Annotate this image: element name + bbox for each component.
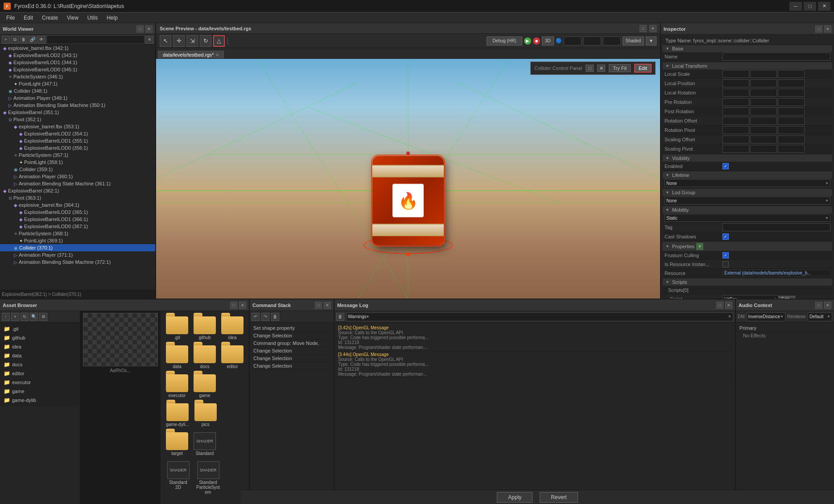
- message-clear-button[interactable]: 🗑: [336, 313, 344, 321]
- command-item[interactable]: Change Selection: [252, 355, 332, 362]
- asset-tree-item[interactable]: 📁editor: [0, 369, 80, 378]
- local-rot-z[interactable]: 0.000: [778, 89, 805, 97]
- asset-refresh-button[interactable]: ↻: [21, 313, 29, 321]
- rot-offset-x[interactable]: 0.000: [723, 117, 749, 125]
- inspector-mobility-header[interactable]: ▼ Mobility: [663, 206, 832, 213]
- inspector-lifetime-header[interactable]: ▼ Lifetime: [663, 172, 832, 179]
- world-viewer-close-button[interactable]: ✕: [145, 25, 153, 33]
- tree-item[interactable]: ✧ParticleSystem (357:1): [0, 152, 155, 159]
- asset-go-up-button[interactable]: ↑: [2, 313, 10, 321]
- tree-item[interactable]: ⊙Pivot (363:1): [0, 194, 155, 201]
- tree-item[interactable]: ◆explosive_barrel.fbx (364:1): [0, 201, 155, 209]
- local-scale-x[interactable]: 1.000: [723, 70, 749, 78]
- pre-rot-y[interactable]: -0.000: [750, 98, 777, 106]
- asset-file-item[interactable]: editor: [219, 344, 245, 371]
- world-viewer-link-button[interactable]: 🔗: [29, 36, 37, 44]
- local-pos-x[interactable]: 0.000: [723, 79, 749, 87]
- menu-file[interactable]: File: [2, 14, 19, 22]
- asset-search-button[interactable]: 🔍: [30, 313, 38, 321]
- tree-item[interactable]: ◆ExplosiveBarrelLOD1 (344:1): [0, 59, 155, 66]
- revert-button[interactable]: Revert: [540, 492, 578, 503]
- asset-file-item[interactable]: game: [192, 373, 218, 400]
- scene-preview-close-button[interactable]: ✕: [649, 25, 656, 32]
- close-button[interactable]: ✕: [818, 2, 830, 11]
- tree-item[interactable]: ◆ExplosiveBarrelLOD0 (356:1): [0, 144, 155, 152]
- resource-instance-checkbox[interactable]: [723, 261, 729, 267]
- viewport-value-2[interactable]: 0.7: [583, 37, 601, 45]
- asset-add-button[interactable]: +: [11, 313, 19, 321]
- world-viewer-delete-button[interactable]: 🗑: [20, 36, 28, 44]
- tree-item[interactable]: ▷Animation Player (371:1): [0, 251, 155, 258]
- scale-pivot-x[interactable]: 0.000: [723, 145, 749, 153]
- rot-offset-y[interactable]: 0.000: [750, 117, 777, 125]
- local-pos-z[interactable]: 0.000: [778, 79, 805, 87]
- local-pos-y[interactable]: 0.000: [750, 79, 777, 87]
- collider-panel-close-button[interactable]: ✕: [597, 65, 605, 72]
- menu-edit[interactable]: Edit: [19, 14, 37, 22]
- tree-item[interactable]: ▷Animation Blending State Machine (372:1…: [0, 258, 155, 266]
- tree-item[interactable]: ◆ExplosiveBarrel (362:1): [0, 187, 155, 194]
- message-log-close-button[interactable]: ✕: [725, 302, 732, 309]
- local-scale-z[interactable]: 1.000: [778, 70, 805, 78]
- scene-tab-active[interactable]: data/levels/testbed.rgs* ✕: [158, 51, 224, 58]
- world-viewer-copy-button[interactable]: ⧉: [11, 36, 19, 44]
- scale-offset-x[interactable]: 0.000: [723, 135, 749, 143]
- inspector-properties-header[interactable]: ▼ Properties +: [663, 242, 832, 251]
- tree-item[interactable]: ▷Animation Blending State Machine (350:1…: [0, 102, 155, 109]
- tree-item[interactable]: ▷Animation Player (360:1): [0, 173, 155, 180]
- world-viewer-pin-button[interactable]: □: [136, 25, 144, 33]
- asset-file-item[interactable]: github: [192, 315, 218, 342]
- scale-offset-z[interactable]: 0.000: [778, 135, 805, 143]
- tag-input[interactable]: [723, 223, 830, 231]
- enabled-checkbox[interactable]: ✓: [723, 163, 729, 169]
- asset-tree-item[interactable]: 📁github: [0, 333, 80, 342]
- cast-shadows-checkbox[interactable]: ✓: [723, 234, 729, 240]
- tree-item[interactable]: ◆ExplosiveBarrelLOD2 (365:1): [0, 209, 155, 216]
- asset-browser-close-button[interactable]: ✕: [239, 302, 246, 309]
- asset-tree-item[interactable]: 📁idea: [0, 342, 80, 351]
- command-item[interactable]: Change Selection: [252, 332, 332, 340]
- apply-button[interactable]: Apply: [497, 492, 533, 503]
- tree-item[interactable]: ◉Collider (348:1): [0, 87, 155, 94]
- tree-item[interactable]: ✦PointLight (369:1): [0, 237, 155, 244]
- menu-create[interactable]: Create: [37, 14, 62, 22]
- local-rot-y[interactable]: -0.000: [750, 89, 777, 97]
- local-scale-y[interactable]: 1.000: [750, 70, 777, 78]
- view-3d-button[interactable]: 3D: [542, 37, 554, 45]
- world-viewer-eye-button[interactable]: 👁: [37, 36, 45, 44]
- tree-item[interactable]: ✦PointLight (347:1): [0, 80, 155, 87]
- rot-pivot-z[interactable]: 0.000: [778, 126, 805, 134]
- command-item[interactable]: Change Selection: [252, 362, 332, 370]
- inspector-scripts-header[interactable]: ▼ Scripts: [663, 279, 832, 286]
- asset-tree-item[interactable]: 📁.git: [0, 324, 80, 333]
- rotate-tool-button[interactable]: ↻: [200, 35, 211, 47]
- scene-viewport[interactable]: 🔥 Collider Control Panel □ ✕ Try Fit Edi…: [156, 59, 660, 299]
- asset-file-item[interactable]: data: [164, 344, 190, 371]
- lifetime-dropdown[interactable]: None ▼: [665, 179, 830, 187]
- shading-button[interactable]: Shaded: [623, 37, 644, 45]
- tree-item[interactable]: ✧ParticleSystem (346:1): [0, 73, 155, 80]
- command-item[interactable]: Command group: Move Node,: [252, 340, 332, 347]
- asset-browser-pin-button[interactable]: □: [230, 302, 237, 309]
- try-fit-button[interactable]: Try Fit: [609, 64, 631, 72]
- tree-item[interactable]: ◆ExplosiveBarrelLOD0 (367:1): [0, 223, 155, 230]
- move-tool-button[interactable]: ✛: [173, 35, 185, 47]
- viewport-value-3[interactable]: 1.7: [603, 37, 621, 45]
- asset-tree-item[interactable]: 📁game-dylib: [0, 396, 80, 405]
- tree-item[interactable]: ◆explosive_barrel.fbx (342:1): [0, 45, 155, 52]
- select-tool-button[interactable]: ↖: [160, 35, 171, 47]
- command-item[interactable]: Change Selection: [252, 347, 332, 355]
- tree-item[interactable]: ◆ExplosiveBarrelLOD2 (354:1): [0, 130, 155, 137]
- asset-file-item[interactable]: .git: [164, 315, 190, 342]
- scale-pivot-z[interactable]: 0.000: [778, 145, 805, 153]
- collider-panel-pin-button[interactable]: □: [586, 65, 594, 72]
- tree-item[interactable]: ◆ExplosiveBarrelLOD0 (345:1): [0, 66, 155, 73]
- tree-item[interactable]: ◆ExplosiveBarrelLOD2 (343:1): [0, 52, 155, 59]
- inspector-lod-header[interactable]: ▼ Lod Group: [663, 189, 832, 196]
- tree-item[interactable]: ✦PointLight (358:1): [0, 159, 155, 166]
- asset-file-item[interactable]: executor: [164, 373, 190, 400]
- lod-dropdown[interactable]: None ▼: [665, 197, 830, 205]
- post-rot-y[interactable]: -0.000: [750, 107, 777, 115]
- inspector-pin-button[interactable]: □: [815, 25, 822, 33]
- tree-item[interactable]: ◆ExplosiveBarrelLOD1 (366:1): [0, 216, 155, 223]
